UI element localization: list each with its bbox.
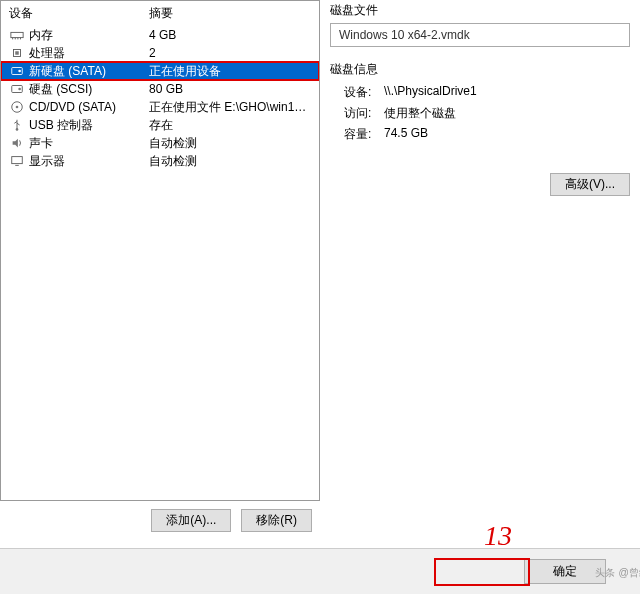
- device-name: 声卡: [29, 135, 149, 152]
- svg-point-10: [18, 88, 21, 91]
- device-name: 硬盘 (SCSI): [29, 81, 149, 98]
- header-summary: 摘要: [149, 5, 311, 22]
- info-row: 容量: 74.5 GB: [330, 124, 630, 145]
- info-label: 容量:: [344, 126, 384, 143]
- svg-rect-6: [15, 51, 19, 55]
- info-row: 设备: \\.\PhysicalDrive1: [330, 82, 630, 103]
- cd-icon: [9, 99, 25, 115]
- header-device: 设备: [9, 5, 149, 22]
- device-list: 内存 4 GB 处理器 2 新硬盘 (SATA) 正在使用设备 硬盘 (SCSI…: [1, 26, 319, 500]
- right-panel: 磁盘文件 磁盘信息 设备: \\.\PhysicalDrive1 访问: 使用整…: [320, 0, 640, 540]
- device-name: 显示器: [29, 153, 149, 170]
- device-name: 内存: [29, 27, 149, 44]
- svg-point-12: [16, 106, 19, 109]
- cpu-icon: [9, 45, 25, 61]
- device-summary: 正在使用文件 E:\GHO\win10\z...: [149, 99, 311, 116]
- disk-info-label: 磁盘信息: [330, 61, 630, 78]
- device-row[interactable]: 新硬盘 (SATA) 正在使用设备: [1, 62, 319, 80]
- device-row[interactable]: 处理器 2: [1, 44, 319, 62]
- disk-file-label: 磁盘文件: [330, 2, 630, 19]
- device-row[interactable]: CD/DVD (SATA) 正在使用文件 E:\GHO\win10\z...: [1, 98, 319, 116]
- sound-icon: [9, 135, 25, 151]
- device-row[interactable]: 声卡 自动检测: [1, 134, 319, 152]
- device-panel: 设备 摘要 内存 4 GB 处理器 2 新硬盘 (SATA) 正在使用设备 硬盘…: [0, 0, 320, 501]
- device-name: 处理器: [29, 45, 149, 62]
- ok-button[interactable]: 确定: [524, 559, 606, 584]
- info-row: 访问: 使用整个磁盘: [330, 103, 630, 124]
- device-row[interactable]: 内存 4 GB: [1, 26, 319, 44]
- device-row[interactable]: 硬盘 (SCSI) 80 GB: [1, 80, 319, 98]
- disk-file-input[interactable]: [330, 23, 630, 47]
- device-summary: 80 GB: [149, 82, 311, 96]
- display-icon: [9, 153, 25, 169]
- device-summary: 正在使用设备: [149, 63, 311, 80]
- device-row[interactable]: 显示器 自动检测: [1, 152, 319, 170]
- svg-rect-0: [11, 32, 23, 37]
- disk-icon: [9, 81, 25, 97]
- device-list-header: 设备 摘要: [1, 1, 319, 26]
- info-label: 访问:: [344, 105, 384, 122]
- svg-point-8: [18, 70, 21, 73]
- advanced-button[interactable]: 高级(V)...: [550, 173, 630, 196]
- info-value: \\.\PhysicalDrive1: [384, 84, 630, 101]
- device-summary: 自动检测: [149, 153, 311, 170]
- footer: 确定: [0, 548, 640, 594]
- info-label: 设备:: [344, 84, 384, 101]
- svg-rect-14: [12, 157, 23, 164]
- memory-icon: [9, 27, 25, 43]
- device-row[interactable]: USB 控制器 存在: [1, 116, 319, 134]
- svg-point-13: [16, 128, 19, 131]
- add-button[interactable]: 添加(A)...: [151, 509, 231, 532]
- device-name: USB 控制器: [29, 117, 149, 134]
- device-summary: 自动检测: [149, 135, 311, 152]
- device-summary: 2: [149, 46, 311, 60]
- device-name: CD/DVD (SATA): [29, 100, 149, 114]
- device-summary: 4 GB: [149, 28, 311, 42]
- device-summary: 存在: [149, 117, 311, 134]
- usb-icon: [9, 117, 25, 133]
- left-button-row: 添加(A)... 移除(R): [0, 501, 320, 540]
- info-value: 74.5 GB: [384, 126, 630, 143]
- remove-button[interactable]: 移除(R): [241, 509, 312, 532]
- info-value: 使用整个磁盘: [384, 105, 630, 122]
- device-name: 新硬盘 (SATA): [29, 63, 149, 80]
- disk-icon: [9, 63, 25, 79]
